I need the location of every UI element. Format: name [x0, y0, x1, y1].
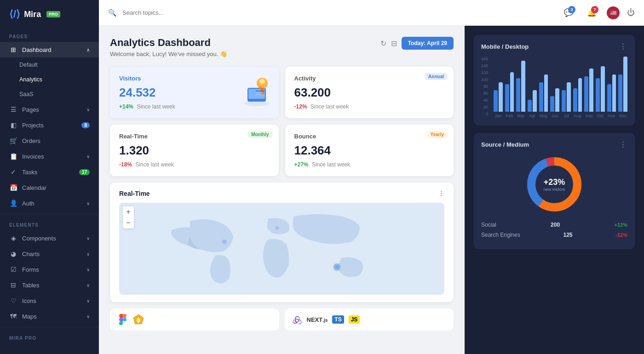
bars-container: Jan Feb Mar Apr May Jun Jul Aug Sep Oct …: [494, 57, 627, 118]
bar-light-aug: [578, 78, 582, 112]
power-button[interactable]: ⏻: [627, 8, 635, 17]
sidebar-item-auth[interactable]: 👤 Auth ∨: [0, 195, 99, 211]
logo: ⟨/⟩ Mira PRO: [0, 0, 99, 29]
bar-dark-apr: [528, 100, 532, 112]
projects-badge: 8: [81, 122, 90, 128]
chevron-auth: ∨: [86, 201, 90, 206]
messages-button[interactable]: 💬 3: [561, 5, 576, 21]
visitors-card: Visitors 24.532 +14% Since last week: [110, 67, 279, 118]
language-selector[interactable]: 🇺🇸: [607, 6, 620, 19]
realtime-change-pct: -18%: [119, 161, 132, 168]
chevron-tables: ∨: [86, 283, 90, 288]
activity-badge: Annual: [425, 73, 447, 80]
realtime-card: Real-Time Monthly 1.320 -18% Since last …: [110, 125, 279, 176]
svg-point-12: [222, 240, 227, 244]
sidebar-item-tasks[interactable]: ✓ Tasks 17: [0, 164, 99, 180]
bar-dark-dec: [618, 74, 622, 112]
sidebar-item-icons[interactable]: ♡ Icons ∨: [0, 293, 99, 308]
js-badge: JS: [349, 315, 360, 324]
tasks-label: Tasks: [22, 169, 37, 176]
social-change: +12%: [615, 222, 627, 228]
bar-dark-may: [539, 82, 543, 112]
invoices-icon: 📋: [9, 153, 17, 160]
chevron-charts: ∨: [86, 251, 90, 257]
bar-group-oct: [596, 66, 605, 112]
bar-group-dec: [618, 57, 627, 112]
search-input[interactable]: [122, 9, 555, 16]
source-medium-menu[interactable]: ⋮: [619, 140, 627, 149]
map-menu-button[interactable]: ⋮: [438, 190, 444, 197]
realtime-change-label: Since last week: [135, 161, 173, 168]
refresh-icon[interactable]: ↻: [380, 39, 386, 48]
sidebar-item-projects[interactable]: ◧ Projects 8: [0, 117, 99, 133]
chevron-icons: ∨: [86, 298, 90, 303]
activity-change-label: Since last week: [310, 103, 349, 110]
bar-light-nov: [612, 74, 616, 112]
source-item-social: Social 200 +12%: [481, 222, 627, 228]
mobile-desktop-menu[interactable]: ⋮: [619, 42, 627, 51]
visitors-illustration: [238, 70, 275, 107]
y-axis: 160 140 120 100 80 60 40 20 0: [481, 57, 488, 116]
sidebar-item-analytics[interactable]: Analytics: [0, 72, 99, 87]
svg-rect-6: [256, 91, 265, 91]
dashboard-icon: ⊞: [9, 46, 17, 53]
search-engines-label: Search Engines: [481, 232, 520, 238]
chevron-icon: ∧: [86, 47, 90, 52]
forms-icon: ☑: [9, 266, 17, 273]
pages-icon: ☰: [9, 106, 17, 113]
saas-label: SaaS: [19, 91, 34, 97]
calendar-icon: 📅: [9, 184, 17, 191]
sidebar-item-charts[interactable]: ◕ Charts ∨: [0, 246, 99, 262]
ts-badge: TS: [332, 315, 344, 324]
projects-icon: ◧: [9, 121, 17, 129]
activity-title: Activity: [294, 75, 445, 82]
sidebar-item-calendar[interactable]: 📅 Calendar: [0, 180, 99, 195]
design-tools-card: [110, 308, 279, 331]
sidebar-item-pages[interactable]: ☰ Pages ∨: [0, 102, 99, 117]
auth-icon: 👤: [9, 200, 17, 207]
bar-group-mar: [516, 61, 525, 112]
sidebar-item-forms[interactable]: ☑ Forms ∨: [0, 262, 99, 277]
realtime-value: 1.320: [119, 143, 270, 158]
sidebar-item-orders[interactable]: 🛒 Orders: [0, 133, 99, 148]
bar-group-aug: [573, 78, 582, 112]
divider: [0, 214, 99, 214]
sidebar-item-dashboard[interactable]: ⊞ Dashboard ∧: [0, 42, 99, 57]
calendar-label: Calendar: [22, 184, 46, 191]
svg-rect-7: [256, 92, 263, 93]
source-medium-card: Source / Medium ⋮: [474, 133, 635, 249]
bar-dark-sep: [584, 76, 588, 112]
today-button[interactable]: Today: April 29: [402, 37, 454, 50]
default-label: Default: [19, 62, 38, 68]
svg-point-4: [259, 79, 265, 84]
sidebar-item-components[interactable]: ◈ Components ∨: [0, 230, 99, 246]
notifications-button[interactable]: 🔔 7: [584, 5, 599, 21]
svg-point-13: [276, 226, 279, 230]
tasks-badge: 17: [79, 169, 90, 175]
social-label: Social: [481, 222, 496, 228]
map-title: Real-Time ⋮: [119, 190, 444, 197]
bar-dark-aug: [573, 88, 577, 112]
realtime-title: Real-Time: [119, 133, 270, 140]
chevron-invoices: ∨: [86, 154, 90, 159]
sidebar-item-default[interactable]: Default: [0, 57, 99, 72]
charts-label: Charts: [22, 251, 40, 257]
main-area: 🔍 💬 3 🔔 7 🇺🇸 ⏻ Analytics Dashboard Welco…: [99, 0, 644, 354]
sidebar-item-tables[interactable]: ⊟ Tables ∨: [0, 277, 99, 293]
filter-icon[interactable]: ⊟: [391, 39, 397, 48]
chevron-maps: ∨: [86, 314, 90, 319]
search-icon: 🔍: [108, 9, 117, 17]
charts-icon: ◕: [9, 250, 17, 257]
realtime-change: -18% Since last week: [119, 161, 270, 168]
bar-light-sep: [589, 69, 593, 112]
sidebar: ⟨/⟩ Mira PRO PAGES ⊞ Dashboard ∧ Default…: [0, 0, 99, 354]
mobile-desktop-title: Mobile / Desktop ⋮: [481, 42, 627, 51]
header-actions: ↻ ⊟ Today: April 29: [380, 37, 454, 50]
sketch-icon: [133, 314, 144, 325]
sidebar-item-saas[interactable]: SaaS: [0, 87, 99, 102]
sidebar-item-invoices[interactable]: 📋 Invoices ∨: [0, 148, 99, 164]
components-label: Components: [22, 235, 56, 242]
sidebar-item-maps[interactable]: 🗺 Maps ∨: [0, 308, 99, 324]
visitors-change-label: Since last week: [137, 103, 175, 110]
orders-label: Orders: [22, 137, 40, 144]
